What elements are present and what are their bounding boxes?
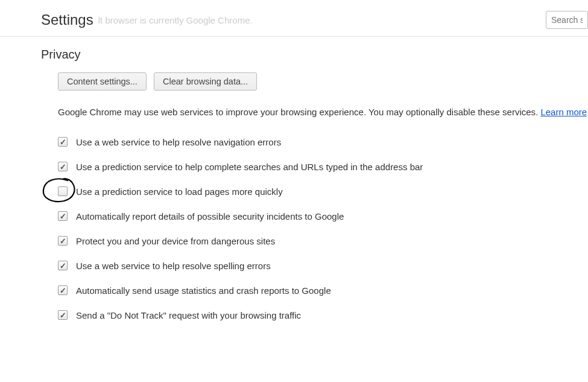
privacy-option-row: Use a prediction service to help complet…	[58, 162, 588, 172]
checkbox-label: Automatically report details of possible…	[76, 211, 344, 221]
checkbox-label: Use a prediction service to help complet…	[76, 162, 423, 172]
checkbox-label: Use a web service to help resolve naviga…	[76, 137, 281, 147]
privacy-option-row: Use a web service to help resolve naviga…	[58, 137, 588, 147]
page-title: Settings	[41, 11, 93, 28]
privacy-option-row: Use a web service to help resolve spelli…	[58, 261, 588, 271]
privacy-options-list: Use a web service to help resolve naviga…	[58, 137, 588, 320]
content-area: Privacy Content settings... Clear browsi…	[0, 37, 588, 320]
checkbox[interactable]	[58, 162, 68, 171]
learn-more-link[interactable]: Learn more	[540, 107, 587, 117]
content-settings-button[interactable]: Content settings...	[58, 72, 147, 91]
privacy-option-row: Send a "Do Not Track" request with your …	[58, 310, 588, 320]
search-container	[546, 11, 588, 29]
privacy-option-row: Automatically report details of possible…	[58, 211, 588, 221]
clear-browsing-data-button[interactable]: Clear browsing data...	[154, 72, 257, 91]
checkbox-label: Protect you and your device from dangero…	[76, 236, 275, 246]
checkbox[interactable]	[58, 211, 68, 221]
checkbox-label: Send a "Do Not Track" request with your …	[76, 310, 301, 320]
checkbox-label: Use a web service to help resolve spelli…	[76, 261, 271, 271]
search-input[interactable]	[546, 11, 588, 29]
checkbox[interactable]	[58, 137, 68, 147]
checkbox[interactable]	[58, 186, 68, 196]
privacy-button-row: Content settings... Clear browsing data.…	[58, 72, 588, 91]
checkbox-label: Automatically send usage statistics and …	[76, 285, 331, 296]
section-title: Privacy	[41, 48, 588, 62]
checkbox[interactable]	[58, 236, 68, 246]
checkbox[interactable]	[58, 261, 68, 270]
privacy-option-row: Automatically send usage statistics and …	[58, 285, 588, 296]
checkbox[interactable]	[58, 310, 68, 320]
description-text: Google Chrome may use web services to im…	[58, 107, 540, 117]
privacy-description: Google Chrome may use web services to im…	[58, 104, 588, 121]
checkbox[interactable]	[58, 285, 68, 295]
privacy-option-row: Protect you and your device from dangero…	[58, 236, 588, 246]
faded-subtext: lt browser is currently Google Chrome.	[98, 15, 253, 25]
privacy-option-row: Use a prediction service to load pages m…	[58, 186, 588, 197]
header-bar: Settings lt browser is currently Google …	[0, 0, 588, 37]
checkbox-label: Use a prediction service to load pages m…	[76, 186, 283, 197]
